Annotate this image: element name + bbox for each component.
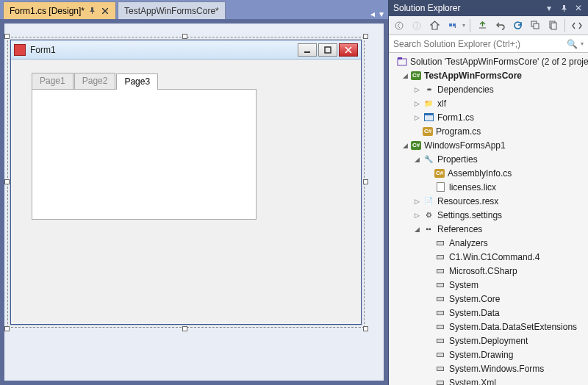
properties-node[interactable]: ◢ 🔧 Properties bbox=[389, 152, 588, 166]
close-icon[interactable]: ✕ bbox=[573, 3, 584, 13]
references-node[interactable]: ◢ ▪▪ References bbox=[389, 222, 588, 236]
dropdown-icon[interactable]: ▾ bbox=[379, 9, 384, 19]
solution-tree[interactable]: ▸ Solution 'TestAppWinFormsCore' (2 of 2… bbox=[389, 53, 588, 385]
autohide-pin-icon[interactable] bbox=[559, 3, 569, 13]
document-tab-form1-design[interactable]: Form1.cs [Design]* bbox=[3, 1, 116, 19]
reference-node[interactable]: ▸System.Data bbox=[389, 306, 588, 320]
node-label: References bbox=[437, 224, 482, 234]
reference-icon bbox=[434, 307, 446, 319]
resize-handle[interactable] bbox=[182, 34, 187, 39]
reference-node[interactable]: ▸System bbox=[389, 278, 588, 292]
close-button[interactable] bbox=[339, 43, 358, 57]
resize-handle[interactable] bbox=[363, 34, 368, 39]
collapse-all-icon[interactable] bbox=[528, 18, 542, 33]
reference-node[interactable]: ▸C1.Win.C1Command.4 bbox=[389, 250, 588, 264]
tab-page2[interactable]: Page2 bbox=[74, 73, 116, 89]
home-icon[interactable] bbox=[427, 18, 442, 33]
close-icon[interactable] bbox=[101, 7, 110, 15]
pin-icon[interactable] bbox=[89, 7, 96, 15]
file-node-program[interactable]: ▸ C# Program.cs bbox=[389, 124, 588, 138]
resize-handle[interactable] bbox=[4, 179, 10, 184]
document-tab-bar: Form1.cs [Design]* TestAppWinFormsCore* … bbox=[0, 0, 388, 19]
reference-icon bbox=[434, 293, 446, 305]
document-tab-testapp[interactable]: TestAppWinFormsCore* bbox=[118, 1, 226, 19]
form-title: Form1 bbox=[30, 45, 298, 55]
tab-page1[interactable]: Page1 bbox=[32, 73, 74, 89]
scroll-left-icon[interactable]: ◂ bbox=[370, 9, 375, 19]
form-client-area[interactable]: Page1 Page2 Page3 bbox=[11, 60, 361, 324]
maximize-button[interactable] bbox=[318, 43, 337, 57]
form-titlebar[interactable]: Form1 bbox=[11, 40, 361, 60]
panel-titlebar[interactable]: Solution Explorer ▾ ✕ bbox=[389, 0, 588, 16]
tab-control[interactable]: Page1 Page2 Page3 bbox=[32, 73, 257, 220]
back-icon[interactable] bbox=[392, 18, 406, 33]
svg-point-3 bbox=[413, 22, 420, 29]
resize-handle[interactable] bbox=[363, 179, 368, 184]
reference-node[interactable]: ▸Analyzers bbox=[389, 236, 588, 250]
reference-node[interactable]: ▸System.Core bbox=[389, 292, 588, 306]
expander-icon[interactable]: ◢ bbox=[412, 155, 421, 164]
folder-node-xlf[interactable]: ▷ 📁 xlf bbox=[389, 96, 588, 110]
tab-page-body[interactable] bbox=[32, 89, 257, 220]
dependencies-node[interactable]: ▷ ▪▪▪ Dependencies bbox=[389, 82, 588, 96]
csharp-project-icon: C# bbox=[411, 71, 421, 80]
search-box[interactable]: 🔍 ▾ bbox=[389, 35, 588, 53]
designer-surface[interactable]: Form1 Page1 Page2 Page3 bbox=[4, 24, 384, 381]
dropdown-icon[interactable]: ▾ bbox=[462, 22, 465, 29]
expander-icon[interactable]: ▷ bbox=[412, 85, 421, 94]
pending-changes-icon[interactable] bbox=[475, 18, 490, 33]
reference-node[interactable]: ▸Microsoft.CSharp bbox=[389, 264, 588, 278]
undo-icon[interactable] bbox=[492, 18, 507, 33]
refresh-icon[interactable] bbox=[510, 18, 525, 33]
node-label: System bbox=[449, 280, 478, 290]
sync-icon[interactable] bbox=[445, 18, 459, 33]
reference-node[interactable]: ▸System.Windows.Forms bbox=[389, 361, 588, 375]
show-all-files-icon[interactable] bbox=[545, 18, 560, 33]
search-input[interactable] bbox=[393, 39, 567, 49]
node-label: Dependencies bbox=[437, 84, 494, 95]
solution-node[interactable]: ▸ Solution 'TestAppWinFormsCore' (2 of 2… bbox=[389, 54, 588, 68]
file-node-form1[interactable]: ▷ Form1.cs bbox=[389, 110, 588, 124]
window-menu-icon[interactable]: ▾ bbox=[544, 3, 554, 13]
separator bbox=[564, 19, 565, 32]
forward-icon[interactable] bbox=[409, 18, 424, 33]
node-label: System.Core bbox=[449, 294, 500, 304]
expander-icon[interactable]: ◢ bbox=[412, 225, 421, 234]
file-node-settings[interactable]: ▷ ⚙ Settings.settings bbox=[389, 208, 588, 222]
file-node-resources[interactable]: ▷ 📄 Resources.resx bbox=[389, 194, 588, 208]
tab-page3[interactable]: Page3 bbox=[116, 73, 158, 90]
file-node-assemblyinfo[interactable]: ▸ C# AssemblyInfo.cs bbox=[389, 166, 588, 180]
reference-node[interactable]: ▸System.Data.DataSetExtensions bbox=[389, 320, 588, 334]
dropdown-icon[interactable]: ▾ bbox=[581, 40, 584, 47]
expander-icon[interactable]: ▷ bbox=[412, 99, 421, 108]
svg-rect-9 bbox=[551, 23, 556, 29]
explorer-toolbar: ▾ bbox=[389, 16, 588, 35]
window-buttons bbox=[298, 43, 358, 57]
reference-node[interactable]: ▸System.Deployment bbox=[389, 334, 588, 348]
project-node-winforms[interactable]: ◢ C# WindowsFormsApp1 bbox=[389, 138, 588, 152]
project-node-testapp[interactable]: ◢ C# TestAppWinFormsCore bbox=[389, 68, 588, 82]
expander-icon[interactable]: ▷ bbox=[412, 197, 421, 206]
resize-handle[interactable] bbox=[4, 326, 10, 331]
resize-handle[interactable] bbox=[363, 326, 368, 331]
solution-icon bbox=[397, 56, 407, 68]
expander-icon[interactable]: ▷ bbox=[412, 211, 421, 220]
search-icon[interactable]: 🔍 bbox=[567, 39, 578, 49]
folder-icon: 📁 bbox=[423, 98, 434, 109]
minimize-button[interactable] bbox=[298, 43, 317, 57]
expander-icon[interactable]: ▷ bbox=[412, 113, 421, 122]
gear-icon: ⚙ bbox=[423, 209, 434, 221]
node-label: Settings.settings bbox=[437, 210, 502, 220]
reference-node[interactable]: ▸System.Drawing bbox=[389, 348, 588, 361]
reference-node[interactable]: ▸System.Xml bbox=[389, 375, 588, 385]
file-node-licenses[interactable]: ▸ licenses.licx bbox=[389, 180, 588, 194]
expander-icon[interactable]: ◢ bbox=[401, 141, 409, 150]
expander-icon[interactable]: ◢ bbox=[401, 71, 409, 80]
resize-handle[interactable] bbox=[4, 34, 10, 39]
resize-handle[interactable] bbox=[182, 326, 187, 331]
form-window[interactable]: Form1 Page1 Page2 Page3 bbox=[10, 40, 362, 325]
view-code-icon[interactable] bbox=[570, 18, 584, 33]
reference-icon bbox=[434, 349, 446, 361]
node-label: TestAppWinFormsCore bbox=[424, 71, 522, 81]
node-label: Form1.cs bbox=[437, 112, 474, 123]
